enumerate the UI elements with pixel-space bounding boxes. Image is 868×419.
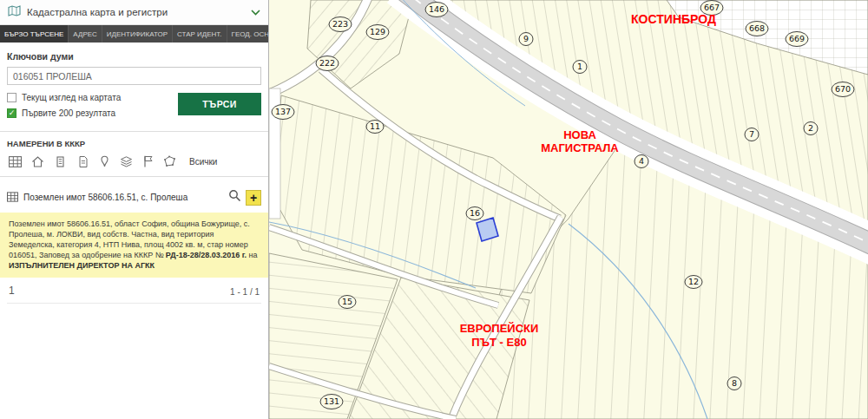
parcel-number-text: 223	[332, 19, 348, 29]
cadastral-app: Кадастрална карта и регистри БЪРЗО ТЪРСЕ…	[0, 0, 868, 419]
polygon-icon[interactable]	[163, 155, 176, 167]
search-controls: Текущ изглед на картата ✓ Първите 200 ре…	[7, 93, 261, 124]
grid-icon[interactable]	[9, 156, 22, 167]
checkbox-current-view[interactable]: Текущ изглед на картата	[7, 93, 178, 102]
map-label: ПЪТ - Е80	[471, 336, 526, 349]
result-item[interactable]: Поземлен имот 58606.16.51, с. Пролеша +	[7, 184, 261, 210]
page-info: 1 - 1 / 1	[230, 287, 260, 297]
divider	[0, 131, 268, 132]
detail-signer: ИЗПЪЛНИТЕЛЕН ДИРЕКТОР НА АГКК	[9, 261, 155, 270]
parcel-number-text: 1	[577, 62, 582, 71]
location-pin-icon[interactable]	[99, 155, 110, 167]
parcel-number-text: 15	[342, 297, 352, 306]
building-icon[interactable]	[54, 156, 67, 167]
tab-геод-основа[interactable]: ГЕОД. ОСНОВА	[227, 25, 268, 43]
chevron-down-icon[interactable]	[251, 10, 260, 16]
first-200-label: Първите 200 резултата	[22, 108, 115, 118]
page-number[interactable]: 1	[9, 285, 15, 297]
parcel-number-text: 7	[749, 129, 754, 139]
add-to-map-button[interactable]: +	[246, 190, 261, 206]
layers-icon[interactable]	[120, 156, 133, 167]
keywords-label: Ключови думи	[7, 51, 261, 62]
cadastral-map-svg: 2231291462221371191466766866967072161215…	[269, 0, 868, 419]
tab-bar: БЪРЗО ТЪРСЕНЕАДРЕСИДЕНТИФИКАТОРСТАР ИДЕН…	[0, 25, 268, 43]
pagination: 1 1 - 1 / 1	[7, 278, 261, 304]
map-label: ЕВРОПЕЙСКИ	[460, 322, 539, 335]
current-view-label: Текущ изглед на картата	[22, 93, 121, 102]
parcel-number-text: 131	[324, 396, 339, 406]
flag-icon[interactable]	[142, 155, 154, 167]
parcel-number-text: 2	[808, 123, 813, 133]
home-icon[interactable]	[31, 156, 44, 167]
document-icon[interactable]	[76, 156, 89, 167]
parcel-number-text: 670	[835, 84, 851, 94]
parcel-grid-icon	[7, 190, 18, 206]
results-section-title: НАМЕРЕНИ В КККР	[7, 139, 261, 148]
parcel-number-text: 16	[470, 208, 480, 218]
sidebar: Кадастрална карта и регистри БЪРЗО ТЪРСЕ…	[0, 0, 269, 419]
parcel-number-text: 8	[732, 378, 737, 388]
filter-all-label[interactable]: Всички	[189, 157, 217, 167]
parcel-number-text: 11	[370, 121, 380, 131]
divider	[0, 176, 268, 177]
detail-order-number: РД-18-28/28.03.2016 г.	[166, 251, 247, 259]
tab-идентификатор[interactable]: ИДЕНТИФИКАТОР	[102, 25, 173, 43]
checkbox-unchecked-icon[interactable]	[7, 93, 16, 102]
parcel-number-text: 4	[639, 156, 644, 166]
parcel-number-text: 12	[688, 277, 699, 286]
result-filter-row: Всички	[7, 148, 261, 169]
map-canvas[interactable]: 2231291462221371191466766866967072161215…	[269, 0, 868, 419]
search-button[interactable]: ТЪРСИ	[178, 93, 261, 115]
map-label: КОСТИНБРОД	[631, 12, 716, 26]
tab-адрес[interactable]: АДРЕС	[69, 25, 102, 43]
search-panel: Ключови думи Текущ изглед на картата ✓ П…	[0, 43, 268, 419]
checkbox-checked-icon[interactable]: ✓	[7, 108, 16, 118]
parcel-number-text: 667	[704, 3, 720, 12]
parcel-number-text: 669	[789, 34, 805, 43]
parcel-number-text: 137	[275, 107, 291, 116]
search-icon[interactable]	[228, 189, 241, 206]
detail-text: на	[247, 251, 257, 259]
sidebar-header: Кадастрална карта и регистри	[0, 0, 268, 25]
result-item-details: Поземлен имот 58606.16.51, област София,…	[0, 213, 268, 278]
checkbox-first-200[interactable]: ✓ Първите 200 резултата	[7, 108, 178, 118]
tab-стар-идент-[interactable]: СТАР ИДЕНТ.	[173, 25, 227, 43]
parcel-number-text: 129	[370, 27, 385, 36]
parcel-number-text: 146	[429, 4, 444, 14]
app-title: Кадастрална карта и регистри	[27, 7, 168, 17]
map-label: МАГИСТРАЛА	[541, 141, 619, 154]
keywords-input[interactable]	[7, 67, 261, 85]
parcel-number-text: 222	[319, 58, 335, 68]
tab-бързо-търсене[interactable]: БЪРЗО ТЪРСЕНЕ	[0, 25, 69, 43]
map-label: НОВА	[563, 128, 596, 141]
map-icon	[8, 4, 21, 20]
result-item-title[interactable]: Поземлен имот 58606.16.51, с. Пролеша	[23, 193, 223, 202]
parcel-number-text: 668	[749, 23, 765, 33]
parcel-number-text: 9	[523, 34, 529, 43]
